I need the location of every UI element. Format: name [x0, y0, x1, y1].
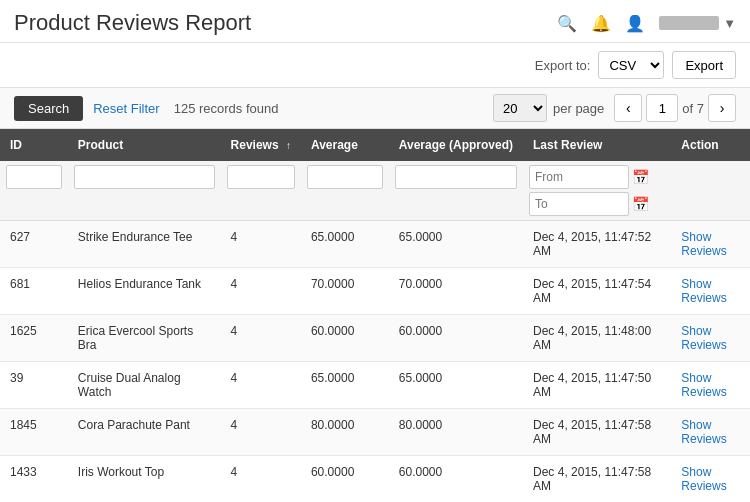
reset-filter-button[interactable]: Reset Filter: [93, 101, 159, 116]
header-icons: 🔍 🔔 👤 ▼: [557, 14, 736, 33]
col-header-id[interactable]: ID: [0, 129, 68, 161]
from-calendar-icon[interactable]: 📅: [632, 169, 649, 185]
cell-avg-approved: 60.0000: [389, 315, 523, 362]
filter-id-input[interactable]: [6, 165, 62, 189]
prev-page-button[interactable]: ‹: [614, 94, 642, 122]
table-row: 1433Iris Workout Top460.000060.0000Dec 4…: [0, 456, 750, 503]
table-header-row: ID Product Reviews ↑ Average Average (Ap…: [0, 129, 750, 161]
per-page-group: 20 50 100 per page: [493, 94, 604, 122]
cell-action: Show Reviews: [671, 456, 750, 503]
records-found: 125 records found: [174, 101, 279, 116]
cell-id: 1433: [0, 456, 68, 503]
cell-average: 65.0000: [301, 362, 389, 409]
table-row: 39Cruise Dual Analog Watch465.000065.000…: [0, 362, 750, 409]
cell-action: Show Reviews: [671, 268, 750, 315]
user-dropdown[interactable]: ▼: [659, 16, 736, 31]
cell-reviews: 4: [221, 315, 301, 362]
filter-reviews-input[interactable]: [227, 165, 295, 189]
search-icon[interactable]: 🔍: [557, 14, 577, 33]
cell-reviews: 4: [221, 456, 301, 503]
cell-average: 60.0000: [301, 315, 389, 362]
cell-last-review: Dec 4, 2015, 11:47:50 AM: [523, 362, 671, 409]
cell-reviews: 4: [221, 409, 301, 456]
filter-product-input[interactable]: [74, 165, 215, 189]
per-page-select[interactable]: 20 50 100: [493, 94, 547, 122]
of-pages-label: of 7: [682, 101, 704, 116]
toolbar: Search Reset Filter 125 records found 20…: [0, 88, 750, 129]
from-date-row: 📅: [529, 165, 665, 189]
cell-id: 39: [0, 362, 68, 409]
filter-avg-approved-input[interactable]: [395, 165, 517, 189]
cell-last-review: Dec 4, 2015, 11:47:58 AM: [523, 456, 671, 503]
cell-avg-approved: 65.0000: [389, 221, 523, 268]
filter-from-date-input[interactable]: [529, 165, 629, 189]
next-page-button[interactable]: ›: [708, 94, 736, 122]
cell-last-review: Dec 4, 2015, 11:47:58 AM: [523, 409, 671, 456]
cell-id: 681: [0, 268, 68, 315]
reviews-table: ID Product Reviews ↑ Average Average (Ap…: [0, 129, 750, 502]
table-row: 627Strike Endurance Tee465.000065.0000De…: [0, 221, 750, 268]
cell-reviews: 4: [221, 268, 301, 315]
cell-id: 1845: [0, 409, 68, 456]
cell-product: Iris Workout Top: [68, 456, 221, 503]
sort-icon: ↑: [286, 140, 291, 151]
bell-icon[interactable]: 🔔: [591, 14, 611, 33]
search-button[interactable]: Search: [14, 96, 83, 121]
table-row: 1845Cora Parachute Pant480.000080.0000De…: [0, 409, 750, 456]
filter-to-date-input[interactable]: [529, 192, 629, 216]
cell-product: Helios Endurance Tank: [68, 268, 221, 315]
cell-average: 80.0000: [301, 409, 389, 456]
cell-average: 60.0000: [301, 456, 389, 503]
pagination: ‹ of 7 ›: [614, 94, 736, 122]
cell-reviews: 4: [221, 362, 301, 409]
date-filter-group: 📅 📅: [529, 165, 665, 216]
col-header-average[interactable]: Average: [301, 129, 389, 161]
user-icon[interactable]: 👤: [625, 14, 645, 33]
to-date-row: 📅: [529, 192, 665, 216]
cell-product: Cruise Dual Analog Watch: [68, 362, 221, 409]
col-header-product[interactable]: Product: [68, 129, 221, 161]
cell-avg-approved: 80.0000: [389, 409, 523, 456]
col-header-action: Action: [671, 129, 750, 161]
cell-average: 70.0000: [301, 268, 389, 315]
show-reviews-link[interactable]: Show Reviews: [681, 418, 726, 446]
per-page-label: per page: [553, 101, 604, 116]
table-row: 681Helios Endurance Tank470.000070.0000D…: [0, 268, 750, 315]
filter-row: 📅 📅: [0, 161, 750, 221]
export-button[interactable]: Export: [672, 51, 736, 79]
cell-avg-approved: 70.0000: [389, 268, 523, 315]
page-title: Product Reviews Report: [14, 10, 251, 36]
cell-action: Show Reviews: [671, 409, 750, 456]
cell-action: Show Reviews: [671, 315, 750, 362]
page-number-input[interactable]: [646, 94, 678, 122]
cell-product: Cora Parachute Pant: [68, 409, 221, 456]
table-row: 1625Erica Evercool Sports Bra460.000060.…: [0, 315, 750, 362]
cell-avg-approved: 60.0000: [389, 456, 523, 503]
export-bar: Export to: CSV Excel XML Export: [0, 43, 750, 88]
cell-action: Show Reviews: [671, 362, 750, 409]
show-reviews-link[interactable]: Show Reviews: [681, 277, 726, 305]
export-format-select[interactable]: CSV Excel XML: [598, 51, 664, 79]
col-header-reviews[interactable]: Reviews ↑: [221, 129, 301, 161]
cell-action: Show Reviews: [671, 221, 750, 268]
cell-last-review: Dec 4, 2015, 11:47:52 AM: [523, 221, 671, 268]
export-label: Export to:: [535, 58, 591, 73]
show-reviews-link[interactable]: Show Reviews: [681, 324, 726, 352]
cell-id: 627: [0, 221, 68, 268]
cell-last-review: Dec 4, 2015, 11:48:00 AM: [523, 315, 671, 362]
cell-reviews: 4: [221, 221, 301, 268]
show-reviews-link[interactable]: Show Reviews: [681, 230, 726, 258]
show-reviews-link[interactable]: Show Reviews: [681, 465, 726, 493]
to-calendar-icon[interactable]: 📅: [632, 196, 649, 212]
col-header-last-review[interactable]: Last Review: [523, 129, 671, 161]
cell-product: Strike Endurance Tee: [68, 221, 221, 268]
cell-average: 65.0000: [301, 221, 389, 268]
col-header-avg-approved[interactable]: Average (Approved): [389, 129, 523, 161]
show-reviews-link[interactable]: Show Reviews: [681, 371, 726, 399]
filter-average-input[interactable]: [307, 165, 383, 189]
cell-last-review: Dec 4, 2015, 11:47:54 AM: [523, 268, 671, 315]
user-dropdown-arrow: ▼: [723, 16, 736, 31]
cell-avg-approved: 65.0000: [389, 362, 523, 409]
cell-product: Erica Evercool Sports Bra: [68, 315, 221, 362]
cell-id: 1625: [0, 315, 68, 362]
